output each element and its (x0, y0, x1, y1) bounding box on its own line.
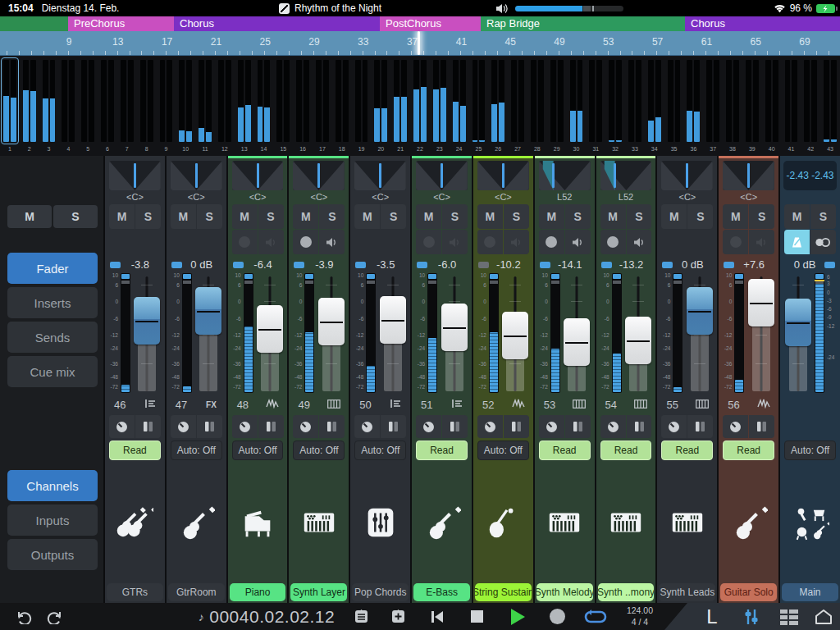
fader-cap[interactable] (785, 299, 811, 346)
channel-list-view-button[interactable] (774, 603, 804, 630)
automation-button[interactable]: Auto: Off (477, 441, 529, 460)
solo-button[interactable]: S (687, 204, 713, 229)
undo-button[interactable] (11, 603, 36, 630)
overview-channel-26[interactable] (490, 58, 506, 144)
overview-channel-4[interactable] (60, 58, 76, 144)
channel-name-label[interactable]: Pop Chords (352, 583, 409, 601)
instrument-icon[interactable] (289, 463, 349, 582)
section-segment-0[interactable] (0, 16, 68, 31)
overview-channel-42[interactable] (802, 58, 819, 144)
fader-cap[interactable] (257, 305, 283, 353)
tab-outputs[interactable]: Outputs (7, 539, 98, 570)
position-display[interactable]: ♪ 00040.02.02.12 (189, 603, 345, 630)
pan-control[interactable] (109, 161, 161, 190)
tempo-display[interactable]: 124.004 / 4 (617, 603, 663, 630)
monitor-button[interactable] (504, 230, 529, 254)
pan-knob-button[interactable] (723, 415, 748, 438)
mute-button[interactable]: M (477, 204, 503, 229)
marker-list-button[interactable] (349, 603, 373, 630)
overview-channel-28[interactable] (529, 58, 546, 144)
section-Rap Bridge[interactable]: Rap Bridge (481, 16, 685, 31)
timeline-ruler[interactable]: 9131721252933374145495357616569 (0, 31, 840, 56)
overview-channel-25[interactable] (471, 58, 487, 144)
pan-control[interactable] (600, 161, 652, 190)
automation-button[interactable]: Auto: Off (784, 441, 836, 460)
instrument-icon[interactable] (167, 463, 226, 582)
overview-channel-14[interactable] (256, 58, 272, 144)
overview-channel-36[interactable] (685, 58, 701, 144)
monitor-button[interactable] (442, 230, 468, 254)
fader-cap[interactable] (441, 304, 468, 351)
overview-channel-3[interactable] (41, 58, 57, 144)
section-PreChorus[interactable]: PreChorus (68, 16, 174, 31)
overview-channel-38[interactable] (724, 58, 741, 144)
mute-button[interactable]: M (232, 204, 258, 229)
pan-knob-button[interactable] (354, 415, 380, 438)
overview-channel-29[interactable] (549, 58, 565, 144)
pan-knob-button[interactable] (232, 415, 258, 438)
channel-name-label[interactable]: String Sustain (475, 583, 532, 601)
overview-channel-16[interactable] (294, 58, 311, 144)
pan-control[interactable] (171, 161, 222, 190)
overview-channel-8[interactable] (139, 58, 155, 144)
overview-channel-1[interactable] (2, 58, 18, 144)
fader-cap[interactable] (748, 279, 774, 326)
solo-button[interactable]: S (749, 204, 774, 229)
mute-button[interactable]: M (539, 204, 564, 229)
global-mute-button[interactable]: M (7, 205, 52, 228)
tab-inputs[interactable]: Inputs (7, 504, 98, 536)
record-arm-button[interactable] (293, 230, 318, 254)
instrument-icon[interactable] (228, 463, 288, 582)
mute-button[interactable]: M (600, 204, 626, 229)
pan-knob-button[interactable] (416, 415, 441, 438)
global-solo-button[interactable]: S (53, 205, 98, 228)
monitor-button[interactable] (258, 230, 284, 254)
channel-name-label[interactable]: GTRs (107, 583, 163, 601)
mute-button[interactable]: M (109, 204, 135, 229)
overview-channel-37[interactable] (705, 58, 721, 144)
mute-button[interactable]: M (723, 204, 748, 229)
pan-knob-button[interactable] (477, 415, 503, 438)
fader-cap[interactable] (564, 318, 590, 366)
mute-button[interactable]: M (354, 204, 380, 229)
channel-mode-button[interactable] (627, 415, 652, 438)
fader-cap[interactable] (134, 297, 160, 345)
record-arm-button[interactable] (539, 230, 564, 254)
overview-channel-31[interactable] (587, 58, 604, 144)
channel-mode-button[interactable] (504, 415, 529, 438)
overview-channel-30[interactable] (568, 58, 585, 144)
overview-channel-6[interactable] (99, 58, 116, 144)
fader-cap[interactable] (380, 296, 406, 344)
overview-channel-24[interactable] (451, 58, 468, 144)
metronome-button[interactable] (784, 230, 810, 254)
channel-name-label[interactable]: E-Bass (413, 583, 470, 601)
fader-cap[interactable] (502, 312, 528, 359)
overview-channel-34[interactable] (646, 58, 663, 144)
overview-channel-7[interactable] (119, 58, 135, 144)
home-button[interactable] (810, 603, 837, 630)
channel-name-label[interactable]: Main (782, 583, 838, 601)
automation-button[interactable]: Auto: Off (293, 441, 345, 460)
instrument-icon[interactable] (350, 463, 410, 582)
channel-mode-button[interactable] (135, 415, 161, 438)
pan-control[interactable] (477, 161, 529, 190)
overview-channel-32[interactable] (607, 58, 623, 144)
channel-name-label[interactable]: Synth Layer (290, 583, 347, 601)
solo-button[interactable]: S (258, 204, 284, 229)
volume-slider[interactable] (515, 6, 623, 11)
mute-button[interactable]: M (661, 204, 687, 229)
tab-channels[interactable]: Channels (7, 470, 98, 501)
channel-name-label[interactable]: Synth Melody (536, 583, 593, 601)
record-arm-button[interactable] (232, 230, 258, 254)
channel-mode-button[interactable] (319, 415, 345, 438)
overview-channel-35[interactable] (666, 58, 682, 144)
overview-channel-11[interactable] (197, 58, 213, 144)
overview-channel-18[interactable] (334, 58, 350, 144)
overview-channel-27[interactable] (509, 58, 526, 144)
record-button[interactable] (543, 603, 571, 630)
playhead[interactable] (418, 31, 420, 55)
instrument-icon[interactable] (105, 463, 165, 582)
overview-channel-22[interactable] (412, 58, 428, 144)
solo-button[interactable]: S (565, 204, 591, 229)
instrument-icon[interactable] (780, 463, 840, 582)
